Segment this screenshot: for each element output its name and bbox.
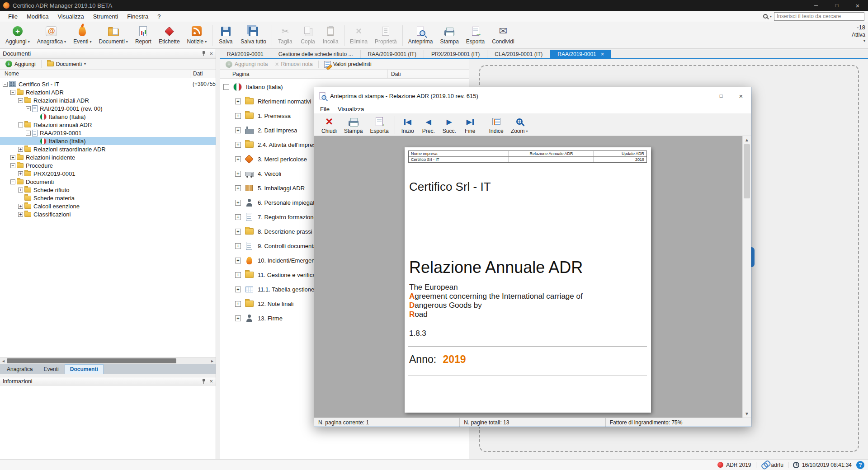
tree-item-classificazioni[interactable]: +Classificazioni: [0, 210, 216, 218]
dialog-stampa-button[interactable]: Stampa: [340, 114, 366, 136]
search-icon[interactable]: [763, 14, 768, 19]
tree-expander-icon[interactable]: +: [235, 171, 241, 177]
tree-expander-icon[interactable]: +: [235, 99, 241, 104]
maximize-button[interactable]: □: [826, 0, 847, 11]
ribbon-eventi-button[interactable]: Eventi▾: [70, 23, 95, 48]
menu-visualizza[interactable]: Visualizza: [53, 12, 88, 21]
tree-item-relazioni-iniziali-adr[interactable]: −Relazioni iniziali ADR: [0, 96, 216, 104]
tree-expander-icon[interactable]: +: [10, 155, 15, 160]
tree-item-relazioni-annuali-adr[interactable]: −Relazioni annuali ADR: [0, 121, 216, 129]
tree-expander-icon[interactable]: −: [223, 84, 229, 90]
tree-expander-icon[interactable]: +: [235, 287, 241, 292]
column-dati[interactable]: Dati: [190, 70, 203, 78]
scroll-left-icon[interactable]: ◂: [0, 357, 7, 364]
tree-expander-icon[interactable]: +: [235, 258, 241, 263]
search-caret-icon[interactable]: ▾: [770, 14, 772, 19]
dialog-fine-button[interactable]: ▶Fine: [460, 114, 481, 136]
tree-expander-icon[interactable]: +: [235, 113, 241, 119]
horizontal-scrollbar[interactable]: ◂ ▸: [0, 357, 216, 364]
license-status[interactable]: -18 Attiva ▾: [852, 24, 865, 43]
tree-expander-icon[interactable]: −: [10, 163, 15, 168]
minimize-button[interactable]: ─: [691, 87, 711, 104]
vertical-scrollbar[interactable]: ▲ ▼: [742, 136, 751, 418]
tree-expander-icon[interactable]: −: [3, 82, 8, 87]
document-tab-rai-2019-0001[interactable]: RAI/2019-0001: [220, 50, 271, 58]
tree-expander-icon[interactable]: +: [18, 212, 23, 217]
dialog-esporta-button[interactable]: Esporta: [366, 114, 392, 136]
dialog-succ-button[interactable]: ▶Succ.: [439, 114, 460, 136]
minimize-button[interactable]: ─: [806, 0, 826, 11]
ribbon-notizie-button[interactable]: Notizie▾: [184, 23, 211, 48]
panel-tab-anagrafica[interactable]: Anagrafica: [2, 364, 38, 374]
tree-expander-icon[interactable]: +: [235, 243, 241, 249]
dialog-menu-file[interactable]: File: [316, 105, 334, 113]
tree-expander-icon[interactable]: +: [18, 204, 23, 209]
ribbon-salva-tutto-button[interactable]: Salva tutto: [237, 23, 270, 48]
tree-item-relazioni-straordinarie-adr[interactable]: +Relazioni straordinarie ADR: [0, 145, 216, 153]
tree-expander-icon[interactable]: +: [235, 315, 241, 321]
aggiungi-nota-button[interactable]: +Aggiungi nota: [222, 60, 271, 69]
tree-item-prx-2019-0001[interactable]: +PRX/2019-0001: [0, 169, 216, 178]
ribbon-report-button[interactable]: Report: [132, 23, 155, 48]
tree-item-italiano-italia[interactable]: Italiano (Italia): [0, 137, 216, 145]
ribbon-stampa-button[interactable]: Stampa: [436, 23, 462, 48]
tree-item-relazioni-adr[interactable]: −Relazioni ADR: [0, 88, 216, 96]
panel-tab-documenti[interactable]: Documenti: [65, 364, 104, 374]
tree-item-schede-materia[interactable]: Schede materia: [0, 194, 216, 202]
dialog-indice-button[interactable]: Indice: [486, 114, 507, 136]
dialog-prec-button[interactable]: ◀Prec.: [418, 114, 439, 136]
tree-expander-icon[interactable]: +: [235, 272, 241, 278]
menu-item[interactable]: ?: [153, 12, 165, 21]
dialog-inizio-button[interactable]: ◀Inizio: [397, 114, 418, 136]
scrollbar-thumb[interactable]: [7, 358, 176, 363]
column-pagina[interactable]: Pagina: [220, 71, 249, 77]
tree-expander-icon[interactable]: −: [18, 98, 23, 103]
tree-expander-icon[interactable]: +: [235, 142, 241, 148]
help-button[interactable]: ?: [856, 461, 864, 469]
menu-modifica[interactable]: Modifica: [22, 12, 53, 21]
valori-predefiniti-button[interactable]: Valori predefiniti: [321, 60, 375, 69]
tree-expander-icon[interactable]: +: [18, 171, 23, 176]
ribbon-taglia-button[interactable]: ✂Taglia: [274, 23, 297, 48]
status-adr-2019[interactable]: ADR 2019: [717, 462, 751, 468]
tree-expander-icon[interactable]: +: [235, 200, 241, 206]
search-input[interactable]: [774, 12, 864, 21]
panel-tab-eventi[interactable]: Eventi: [38, 364, 63, 374]
tree-expander-icon[interactable]: +: [235, 156, 241, 162]
dialog-zoom-button[interactable]: Zoom▾: [507, 114, 532, 136]
tree-expander-icon[interactable]: +: [18, 188, 23, 193]
tree-item-schede-rifiuto[interactable]: +Schede rifiuto: [0, 186, 216, 194]
document-tab-raa-2019-0001-it[interactable]: RAA/2019-0001 (IT): [361, 50, 424, 58]
column-nome[interactable]: Nome: [0, 70, 19, 77]
document-tab-prx-2019-0001-it[interactable]: PRX/2019-0001 (IT): [424, 50, 487, 58]
tree-expander-icon[interactable]: −: [26, 131, 31, 136]
tree-item-calcoli-esenzione[interactable]: +Calcoli esenzione: [0, 202, 216, 210]
documents-scope-button[interactable]: Documenti ▾: [44, 60, 89, 68]
tree-item-procedure[interactable]: −Procedure: [0, 161, 216, 169]
document-tab-raa-2019-0001[interactable]: RAA/2019-0001×: [550, 50, 611, 58]
ribbon-salva-button[interactable]: Salva: [214, 23, 237, 48]
document-tab-gestione-delle-schede-rifiuto[interactable]: Gestione delle schede rifiuto ...: [271, 50, 361, 58]
ribbon-condividi-button[interactable]: ✉Condividi: [488, 23, 518, 48]
ribbon-documenti-button[interactable]: Documenti▾: [95, 23, 132, 48]
pin-icon[interactable]: [201, 51, 206, 56]
close-button[interactable]: ×: [731, 87, 751, 104]
tree-expander-icon[interactable]: +: [235, 229, 241, 235]
tree-expander-icon[interactable]: −: [10, 179, 15, 184]
add-document-button[interactable]: + Aggiungi: [2, 60, 39, 68]
dialog-menu-visualizza[interactable]: Visualizza: [334, 105, 368, 113]
menu-strumenti[interactable]: Strumenti: [89, 12, 123, 21]
tree-expander-icon[interactable]: −: [26, 106, 31, 111]
status-adrfu[interactable]: adrfu: [761, 462, 783, 468]
tree-item-relazioni-incidente[interactable]: +Relazioni incidente: [0, 153, 216, 161]
tree-item-documenti[interactable]: −Documenti: [0, 178, 216, 186]
pin-icon[interactable]: [201, 378, 206, 384]
tree-item-raa-2019-0001[interactable]: −RAA/2019-0001: [0, 129, 216, 137]
document-tab-cla-2019-0001-it[interactable]: CLA/2019-0001 (IT): [487, 50, 550, 58]
tree-item-certifico-srl-it[interactable]: −Certifico Srl - IT(+3907555: [0, 80, 216, 88]
close-button[interactable]: ×: [847, 0, 868, 11]
close-panel-icon[interactable]: ×: [209, 50, 213, 57]
tree-expander-icon[interactable]: +: [235, 185, 241, 191]
status-16-10-2019-08-41-34[interactable]: 16/10/2019 08:41:34: [793, 462, 852, 468]
tree-item-italiano-italia[interactable]: Italiano (Italia): [0, 113, 216, 121]
